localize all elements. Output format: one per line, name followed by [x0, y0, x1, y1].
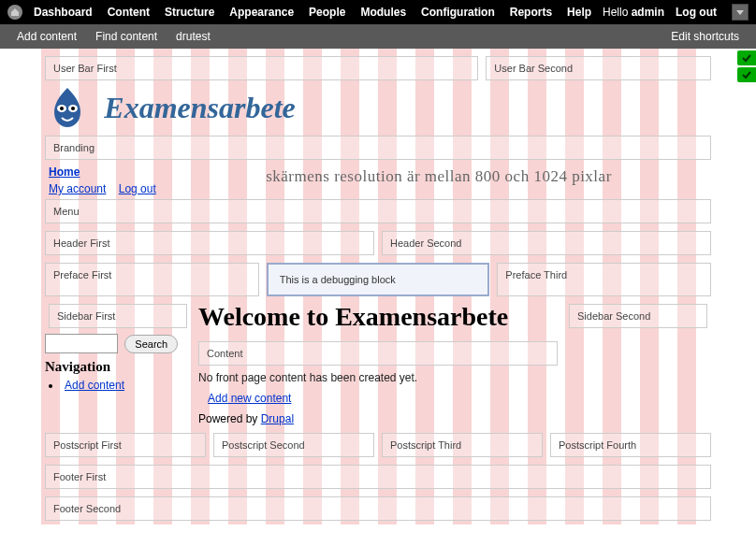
- navigation-heading: Navigation: [45, 359, 191, 375]
- region-footer-second: Footer Second: [45, 496, 711, 521]
- debug-block: This is a debugging block: [267, 263, 490, 296]
- admin-menu-content[interactable]: Content: [100, 6, 157, 19]
- region-footer-first: Footer First: [45, 465, 711, 489]
- content-area: Welcome to Examensarbete Content No fron…: [195, 300, 561, 429]
- page-wrapper: User Bar First User Bar Second Examensar…: [41, 49, 715, 524]
- sidebar-second: Sidebar Second: [565, 300, 711, 429]
- admin-menu-structure[interactable]: Structure: [157, 6, 222, 19]
- toolbar-toggle-button[interactable]: [732, 4, 749, 21]
- region-preface-third: Preface Third: [497, 263, 711, 296]
- page-title: Welcome to Examensarbete: [198, 300, 561, 334]
- region-preface-first: Preface First: [45, 263, 259, 296]
- resolution-message: skärmens resolution är mellan 800 och 10…: [167, 164, 711, 186]
- list-item: Add content: [49, 379, 191, 392]
- region-sidebar-second: Sidebar Second: [569, 304, 707, 328]
- chevron-down-icon: [736, 10, 744, 15]
- admin-menu-reports[interactable]: Reports: [502, 6, 560, 19]
- navigation-list: Add content: [49, 379, 191, 392]
- region-menu: Menu: [45, 199, 711, 223]
- admin-menu-people[interactable]: People: [301, 6, 353, 19]
- drupal-link[interactable]: Drupal: [261, 412, 294, 425]
- logout-link[interactable]: Log out: [119, 182, 156, 195]
- region-header-second: Header Second: [382, 231, 711, 255]
- menu-row: Home My account Log out skärmens resolut…: [45, 164, 711, 195]
- home-link[interactable]: Home: [49, 165, 80, 179]
- admin-logout[interactable]: Log out: [668, 6, 724, 19]
- admin-menu-help[interactable]: Help: [560, 6, 599, 19]
- region-postscript-first: Postscript First: [45, 433, 206, 457]
- main-row: Sidebar First Search Navigation Add cont…: [45, 300, 711, 429]
- sidebar-first: Sidebar First Search Navigation Add cont…: [45, 300, 191, 429]
- branding-area: Examensarbete: [45, 84, 711, 132]
- home-icon[interactable]: [7, 5, 22, 20]
- site-logo[interactable]: [45, 84, 90, 132]
- region-user-bar-first: User Bar First: [45, 56, 478, 80]
- region-postscript-second: Postscript Second: [213, 433, 374, 457]
- search-input[interactable]: [45, 334, 118, 353]
- admin-toolbar: Dashboard Content Structure Appearance P…: [0, 0, 756, 24]
- status-tabs: [737, 50, 756, 84]
- admin-menu-dashboard[interactable]: Dashboard: [26, 6, 100, 19]
- search-button[interactable]: Search: [124, 335, 178, 353]
- site-title[interactable]: Examensarbete: [104, 91, 295, 125]
- region-header-first: Header First: [45, 231, 374, 255]
- add-new-content-link[interactable]: Add new content: [208, 392, 291, 405]
- nav-add-content[interactable]: Add content: [65, 379, 124, 392]
- admin-menu-modules[interactable]: Modules: [353, 6, 414, 19]
- status-ok-tab[interactable]: [737, 67, 756, 82]
- edit-shortcuts[interactable]: Edit shortcuts: [662, 30, 749, 43]
- admin-menu-appearance[interactable]: Appearance: [222, 6, 301, 19]
- region-postscript-fourth: Postscript Fourth: [550, 433, 711, 457]
- shortcut-find-content[interactable]: Find content: [86, 30, 167, 43]
- region-branding: Branding: [45, 136, 711, 160]
- svg-point-3: [71, 107, 75, 110]
- shortcut-bar: Add content Find content drutest Edit sh…: [0, 24, 756, 49]
- powered-by: Powered by Drupal: [198, 412, 558, 425]
- svg-point-2: [60, 107, 64, 110]
- admin-menu-configuration[interactable]: Configuration: [414, 6, 502, 19]
- region-user-bar-second: User Bar Second: [486, 56, 711, 80]
- hello-user: Hello admin: [603, 6, 668, 19]
- region-postscript-third: Postscript Third: [382, 433, 543, 457]
- region-content: Content: [198, 341, 558, 366]
- search-form: Search: [45, 334, 191, 353]
- status-ok-tab[interactable]: [737, 50, 756, 65]
- region-sidebar-first: Sidebar First: [49, 304, 187, 328]
- my-account-link[interactable]: My account: [49, 182, 106, 195]
- shortcut-drutest[interactable]: drutest: [167, 30, 220, 43]
- shortcut-add-content[interactable]: Add content: [7, 30, 86, 43]
- menu-links: Home My account Log out: [45, 164, 167, 195]
- no-content-message: No front page content has been created y…: [198, 371, 558, 384]
